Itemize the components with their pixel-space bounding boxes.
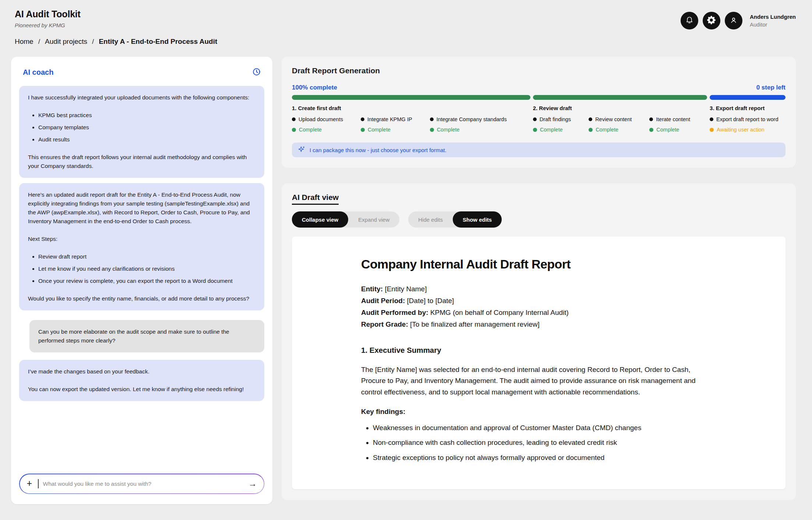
steps-left-label: 0 step left (756, 84, 785, 91)
substep-dot (710, 117, 713, 121)
arrow-right-icon: → (248, 479, 257, 488)
chat-input-area: + → (11, 467, 272, 504)
substep-label: Review content (595, 116, 632, 122)
substep-label: Upload documents (299, 116, 343, 122)
phase-create-first-draft: 1. Create first draft Upload documents C… (292, 105, 530, 133)
suggestion-text: I can package this now - just choose you… (310, 147, 446, 153)
substep: Integrate KPMG IP Complete (361, 116, 412, 133)
edits-toggle-button[interactable]: Hide edits (408, 211, 453, 228)
draft-report-generation-card: Draft Report Generation 100% complete 0 … (282, 57, 796, 168)
gear-icon (707, 16, 716, 25)
doc-meta-line: Audit Performed by: KPMG (on behalf of C… (361, 307, 716, 319)
attach-button[interactable]: + (27, 480, 32, 488)
substep-dot (589, 117, 592, 121)
status-dot (430, 128, 434, 132)
draft-view-toggles: Collapse view Expand view Hide edits Sho… (292, 211, 785, 228)
user-icon (729, 16, 738, 26)
substep: Export draft report to word Awaiting use… (710, 116, 778, 133)
edits-toggle-group: Hide edits Show edits (408, 211, 502, 228)
progress-bar (292, 95, 785, 100)
document-meta: Entity: [Entity Name] Audit Period: [Dat… (361, 283, 716, 330)
status-dot (533, 128, 537, 132)
substep-status: Complete (430, 127, 507, 133)
chat-input[interactable] (43, 481, 244, 487)
user-role: Auditor (750, 21, 796, 28)
status-dot (361, 128, 365, 132)
substep-label: Iterate content (656, 116, 690, 122)
chat-history-button[interactable] (252, 67, 261, 78)
breadcrumb-home[interactable]: Home (15, 38, 33, 46)
phase-label: 1. Create first draft (292, 105, 530, 111)
status-dot (589, 128, 593, 132)
substep-dot (361, 117, 364, 121)
chat-input-border: + → (19, 474, 264, 494)
status-dot (649, 128, 653, 132)
breadcrumb-current: Entity A - End-to-End Process Audit (99, 38, 217, 46)
progress-segment-1 (292, 95, 530, 100)
edits-toggle-button[interactable]: Show edits (453, 211, 502, 228)
substep-status: Complete (649, 127, 690, 133)
progress-segment-2 (533, 95, 707, 100)
brand: AI Audit Toolkit Pioneered by KPMG (15, 9, 81, 28)
ai-draft-view-card: AI Draft view Collapse view Expand view … (282, 183, 796, 500)
breadcrumb: Home / Audit projects / Entity A - End-t… (0, 38, 812, 46)
finding-item: Non-compliance with cash collection proc… (373, 437, 716, 448)
draft-document: Company Internal Audit Draft Report Enti… (361, 236, 716, 463)
substep-dot (292, 117, 296, 121)
user-message: Can you be more elaborate on the audit s… (29, 320, 264, 352)
main-content: AI coach I have successfully integrated … (0, 57, 812, 504)
app-header: AI Audit Toolkit Pioneered by KPMG Ander… (0, 0, 812, 29)
view-toggle-button[interactable]: Collapse view (292, 211, 348, 228)
header-actions: Anders Lundgren Auditor (681, 12, 796, 29)
clock-history-icon (252, 67, 261, 78)
profile-button[interactable] (725, 12, 742, 29)
breadcrumb-separator: / (92, 38, 94, 46)
progress-card-title: Draft Report Generation (292, 66, 785, 75)
doc-meta-line: Entity: [Entity Name] (361, 283, 716, 295)
send-button[interactable]: → (248, 479, 257, 488)
substep: Iterate content Complete (649, 116, 690, 133)
progress-labels: 100% complete 0 step left (292, 84, 785, 91)
breadcrumb-separator: / (38, 38, 40, 46)
ai-message: I’ve made the changes based on your feed… (19, 360, 264, 401)
ai-message: Here’s an updated audit report draft for… (19, 183, 264, 310)
progress-segment-3 (710, 95, 785, 100)
plus-icon: + (27, 479, 32, 488)
user-name: Anders Lundgren (750, 14, 796, 20)
chat-input-pill: + → (20, 474, 264, 493)
substep-label: Draft findings (540, 116, 571, 122)
substep-label: Integrate Company standards (437, 116, 507, 122)
substep-status: Complete (533, 127, 571, 133)
doc-meta-line: Audit Period: [Date] to [Date] (361, 295, 716, 307)
settings-button[interactable] (703, 12, 720, 29)
substep-status: Complete (361, 127, 412, 133)
substep-label: Integrate KPMG IP (367, 116, 412, 122)
ai-coach-panel: AI coach I have successfully integrated … (11, 57, 272, 504)
doc-meta-line: Report Grade: [To be finalized after man… (361, 319, 716, 330)
document-section-heading: 1. Executive Summary (361, 346, 716, 355)
phase-label: 3. Export draft report (710, 105, 785, 111)
bell-icon (685, 16, 694, 26)
breadcrumb-audit-projects[interactable]: Audit projects (45, 38, 87, 46)
ai-suggestion-bar[interactable]: I can package this now - just choose you… (292, 143, 785, 157)
substep-dot (430, 117, 434, 121)
substep: Upload documents Complete (292, 116, 343, 133)
sparkle-icon (298, 145, 306, 154)
substep: Integrate Company standards Complete (430, 116, 507, 133)
view-toggle-button[interactable]: Expand view (348, 211, 399, 228)
substep-dot (649, 117, 653, 121)
draft-document-sheet: Company Internal Audit Draft Report Enti… (292, 236, 785, 489)
progress-percent: 100% complete (292, 84, 337, 91)
status-dot (292, 128, 296, 132)
app-title: AI Audit Toolkit (15, 9, 81, 20)
view-toggle-group: Collapse view Expand view (292, 211, 399, 228)
key-findings-list: Weaknesses in documentation and approval… (361, 422, 716, 463)
user-info: Anders Lundgren Auditor (750, 14, 796, 28)
ai-draft-view-title: AI Draft view (292, 193, 339, 205)
finding-item: Strategic exceptions to policy not alway… (373, 452, 716, 463)
text-cursor (38, 479, 39, 488)
substep-status: Awaiting user action (710, 127, 778, 133)
notifications-button[interactable] (681, 12, 698, 29)
chat-messages: I have successfully integrated your uplo… (11, 84, 272, 467)
substep: Review content Complete (589, 116, 632, 133)
